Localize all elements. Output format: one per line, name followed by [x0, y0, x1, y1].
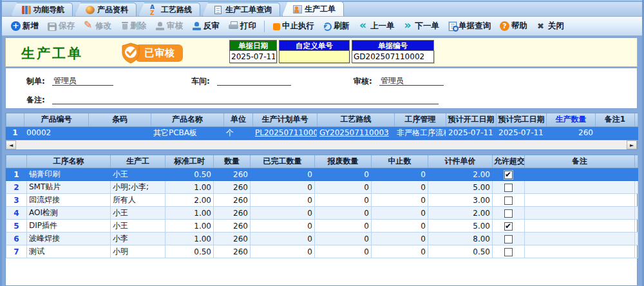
column-header[interactable]: 备注	[525, 155, 635, 168]
cell-num[interactable]: 4	[6, 207, 27, 220]
print-button[interactable]: 打印	[225, 19, 260, 34]
cell-name[interactable]: 波峰焊接	[27, 233, 111, 245]
custom-no-input[interactable]	[279, 50, 350, 63]
cell-std_hours[interactable]: 1.00	[166, 220, 214, 233]
column-header[interactable]: 工序管理	[395, 113, 446, 126]
cell-name[interactable]: 回流焊接	[27, 194, 111, 207]
allow-over-checkbox[interactable]	[504, 171, 513, 179]
delete-button[interactable]: 删除	[117, 19, 150, 34]
cell-num[interactable]: 3	[6, 194, 27, 207]
scroll-left-icon[interactable]	[6, 140, 16, 149]
table-row[interactable]: 3回流焊接所有人2.002600003.00	[6, 194, 638, 207]
cell-allow_over[interactable]	[493, 220, 525, 233]
column-header[interactable]: 条码	[89, 113, 151, 126]
cell-plan_no[interactable]: PL202507110001	[253, 126, 317, 139]
cell-piece_price[interactable]: 3.00	[428, 194, 493, 207]
column-header[interactable]: 工艺路线	[317, 113, 395, 126]
table-row[interactable]: 6波峰焊接小李1.002600008.00	[6, 233, 638, 245]
column-header[interactable]: 单位	[224, 113, 253, 126]
column-header[interactable]: 产品名称	[151, 113, 224, 126]
cell-product_no[interactable]: 00002	[24, 126, 89, 139]
cell-scrap_qty[interactable]: 0	[315, 220, 372, 233]
cell-done_qty[interactable]: 0	[251, 181, 315, 194]
column-header[interactable]: 预计完工日期	[497, 113, 547, 126]
plan_no-link[interactable]: PL202507110001	[255, 128, 317, 137]
table-row[interactable]: 7测试小明0.502600000.50	[6, 245, 638, 258]
cell-qty[interactable]: 260	[547, 126, 596, 139]
cell-end_date[interactable]: 2025-07-11	[497, 126, 547, 139]
cell-allow_over[interactable]	[493, 233, 525, 245]
cell-name[interactable]: SMT贴片	[27, 181, 111, 194]
tab-order[interactable]: 生产工单	[282, 1, 344, 16]
allow-over-checkbox[interactable]	[504, 196, 513, 205]
column-header[interactable]: 计件单价	[428, 155, 493, 168]
cell-remark1[interactable]	[596, 126, 635, 139]
cell-num[interactable]: 2	[6, 181, 27, 194]
add-button[interactable]: 新增	[7, 19, 43, 34]
cell-std_hours[interactable]: 1.00	[166, 233, 214, 245]
cell-num[interactable]: 1	[6, 126, 24, 139]
cell-std_hours[interactable]: 1.00	[166, 181, 214, 194]
cell-piece_price[interactable]: 5.00	[428, 181, 493, 194]
refresh-button[interactable]: 刷新	[319, 19, 354, 34]
table-row[interactable]: 5DIP插件小王1.002600005.00	[6, 220, 638, 233]
cell-num[interactable]: 1	[6, 168, 27, 181]
cell-qty[interactable]: 260	[214, 207, 251, 220]
cell-worker[interactable]: 所有人	[111, 194, 166, 207]
cell-stop_qty[interactable]: 0	[372, 220, 428, 233]
cell-scrap_qty[interactable]: 0	[315, 194, 372, 207]
cell-scrap_qty[interactable]: 0	[315, 207, 372, 220]
cell-piece_price[interactable]: 8.00	[428, 233, 493, 245]
cell-qty[interactable]: 260	[214, 168, 251, 181]
cell-unit[interactable]: 个	[224, 126, 253, 139]
cell-stop_qty[interactable]: 0	[372, 245, 428, 258]
remark-field[interactable]	[52, 94, 439, 104]
cell-scrap_qty[interactable]: 0	[315, 168, 372, 181]
table-row[interactable]: 100002其它PCBA板个PL202507110001GY2025071100…	[6, 126, 638, 139]
column-header[interactable]: 已完工数量	[251, 155, 315, 168]
doc-date-input[interactable]	[229, 50, 277, 63]
cell-worker[interactable]: 小明	[111, 245, 166, 258]
cell-std_hours[interactable]: 2.00	[166, 194, 214, 207]
cell-allow_over[interactable]	[493, 207, 525, 220]
cell-done_qty[interactable]: 0	[251, 233, 315, 245]
cell-stop_qty[interactable]: 0	[372, 194, 428, 207]
unaudit-button[interactable]: 反审	[188, 19, 223, 34]
cell-remark[interactable]	[525, 168, 635, 181]
column-header[interactable]: 预计开工日期	[446, 113, 497, 126]
cell-done_qty[interactable]: 0	[251, 168, 315, 181]
cell-name[interactable]: 锡膏印刷	[27, 168, 111, 181]
column-header[interactable]: 生产数量	[547, 113, 596, 126]
maker-field[interactable]: 管理员	[52, 75, 113, 86]
cell-scrap_qty[interactable]: 0	[315, 181, 372, 194]
close-button[interactable]: 关闭	[533, 19, 568, 34]
cell-std_hours[interactable]: 0.50	[166, 168, 214, 181]
cell-barcode[interactable]	[89, 126, 151, 139]
cell-scrap_qty[interactable]: 0	[315, 233, 372, 245]
cell-remark[interactable]	[525, 194, 635, 207]
cell-done_qty[interactable]: 0	[251, 245, 315, 258]
query-button[interactable]: 单据查询	[444, 19, 495, 34]
column-header[interactable]	[6, 155, 27, 168]
audit-button[interactable]: 审核	[151, 19, 187, 34]
stop-button[interactable]: 中止执行	[269, 19, 318, 34]
cell-num[interactable]: 5	[6, 220, 27, 233]
cell-qty[interactable]: 260	[214, 194, 251, 207]
edit-button[interactable]: 修改	[80, 19, 115, 34]
column-header[interactable]: 生产计划单号	[253, 113, 317, 126]
cell-piece_price[interactable]: 2.00	[428, 207, 493, 220]
help-button[interactable]: 帮助	[496, 19, 531, 34]
column-header[interactable]: 数量	[214, 155, 251, 168]
cell-qty[interactable]: 260	[214, 245, 251, 258]
cell-worker[interactable]: 小明;小李;	[111, 181, 166, 194]
column-header[interactable]: 产品编号	[24, 113, 89, 126]
column-header[interactable]: 中止数	[372, 155, 428, 168]
allow-over-checkbox[interactable]	[504, 209, 513, 218]
cell-worker[interactable]: 小王	[111, 168, 166, 181]
cell-remark[interactable]	[525, 245, 635, 258]
prev-button[interactable]: 上一单	[355, 19, 399, 34]
cell-scrap_qty[interactable]: 0	[315, 245, 372, 258]
cell-allow_over[interactable]	[493, 194, 525, 207]
next-button[interactable]: 下一单	[400, 19, 444, 34]
cell-name[interactable]: AOI检测	[27, 207, 111, 220]
